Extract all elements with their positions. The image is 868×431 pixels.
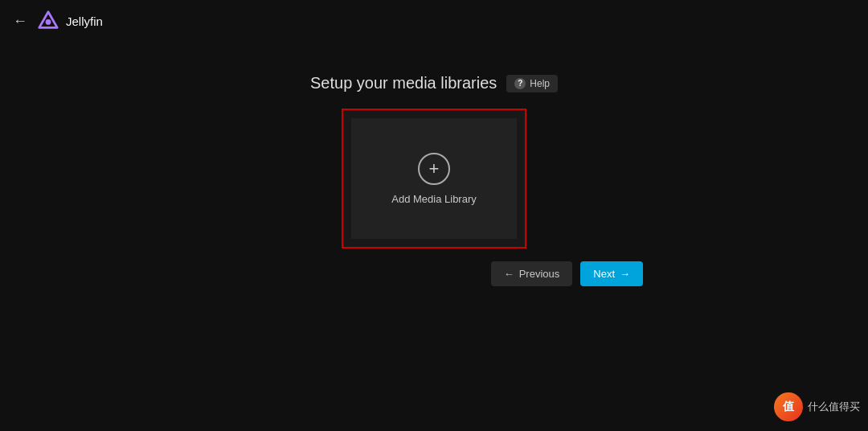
previous-label: Previous [519, 268, 560, 280]
svg-point-1 [46, 19, 51, 25]
logo-area: Jellyfin [37, 10, 103, 32]
watermark: 值 什么值得买 [774, 392, 860, 421]
header: ← Jellyfin [0, 0, 868, 42]
next-button[interactable]: Next → [580, 261, 643, 286]
next-icon: → [620, 268, 630, 280]
help-icon: ? [514, 78, 526, 89]
navigation-buttons: ← Previous Next → [491, 261, 643, 286]
back-icon: ← [13, 13, 27, 30]
page-title-row: Setup your media libraries ? Help [310, 74, 558, 92]
back-button[interactable]: ← [13, 13, 27, 30]
add-icon: + [418, 153, 450, 185]
app-name-label: Jellyfin [66, 14, 103, 28]
previous-icon: ← [504, 268, 514, 280]
watermark-text: 什么值得买 [808, 400, 860, 414]
add-media-library-button[interactable]: + Add Media Library [351, 118, 517, 239]
main-content: Setup your media libraries ? Help + Add … [0, 74, 868, 248]
watermark-icon: 值 [774, 392, 803, 421]
add-library-label: Add Media Library [391, 193, 477, 205]
help-label: Help [530, 78, 550, 89]
next-label: Next [593, 268, 615, 280]
library-area: + Add Media Library [342, 109, 526, 248]
help-button[interactable]: ? Help [506, 75, 558, 92]
previous-button[interactable]: ← Previous [491, 261, 573, 286]
page-title: Setup your media libraries [310, 74, 497, 92]
jellyfin-logo-icon [37, 10, 59, 32]
